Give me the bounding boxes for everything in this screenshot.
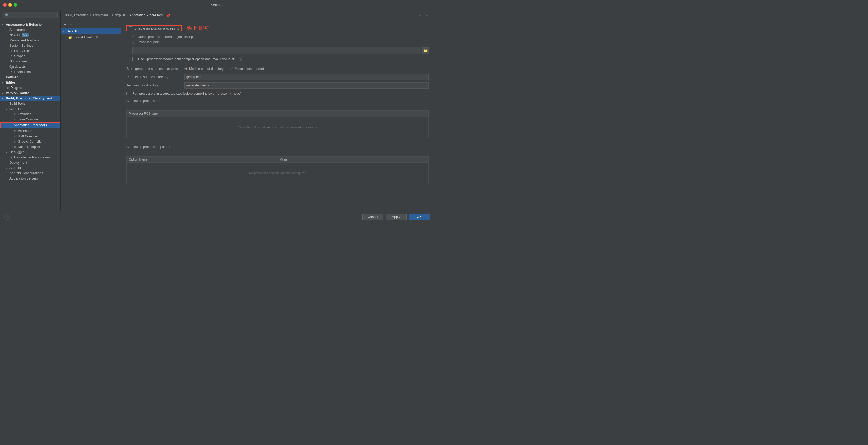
help-icon[interactable]: ?: [239, 57, 242, 61]
arrow-icon: ▾: [63, 30, 66, 33]
module-content-radio[interactable]: [230, 67, 233, 70]
test-sources-input[interactable]: [184, 82, 429, 89]
pin-icon[interactable]: 📌: [166, 13, 170, 18]
use-module-path-checkbox[interactable]: [132, 57, 136, 61]
processor-source-group: Obtain processors from project classpath…: [132, 35, 429, 44]
profile-osworkflow[interactable]: 📁 osworkflow-2.8.0: [61, 34, 121, 40]
annotation-options-table: Option Name Value No processor-specific …: [126, 156, 429, 184]
use-module-path-label[interactable]: Use --processor-module-path compiler opt…: [132, 57, 242, 61]
sidebar-item-application-servers[interactable]: Application Servers: [0, 176, 60, 181]
sidebar-item-new-ui[interactable]: New UI Beta: [0, 32, 60, 38]
settings-icon: ⚙: [9, 155, 13, 159]
settings-icon: ⚙: [13, 112, 17, 116]
arrow-icon: [6, 167, 9, 170]
sidebar-item-file-colors[interactable]: ⚙ File Colors: [0, 48, 60, 54]
sidebar-item-compiler[interactable]: Compiler: [0, 106, 60, 112]
add-annotation-button[interactable]: +: [126, 105, 130, 110]
arrow-icon: [2, 81, 5, 84]
breadcrumb-part2[interactable]: Compiler: [112, 13, 125, 17]
sidebar-item-menus-toolbars[interactable]: Menus and Toolbars: [0, 38, 60, 43]
nav-arrows: ← →: [417, 13, 430, 18]
obtain-from-classpath-label[interactable]: Obtain processors from project classpath: [132, 35, 429, 39]
sidebar-item-appearance[interactable]: Appearance: [0, 27, 60, 32]
run-processors-checkbox[interactable]: [126, 92, 130, 95]
sidebar-item-notifications[interactable]: Notifications: [0, 59, 60, 64]
profile-default[interactable]: ▾ Default: [61, 28, 121, 34]
annotation-table-header: Processor FQ Name: [127, 111, 429, 117]
annotation-options-section-title: Annotation processor options:: [126, 145, 429, 149]
arrow-icon: [6, 108, 9, 111]
sidebar-item-validation[interactable]: ⚙ Validation: [0, 128, 60, 134]
settings-icon: ⚙: [13, 145, 17, 149]
sidebar-item-path-variables[interactable]: Path Variables: [0, 69, 60, 75]
arrow-icon: [2, 92, 5, 95]
sidebar-item-editor[interactable]: Editor: [0, 80, 60, 85]
option-name-header: Option Name: [127, 157, 278, 162]
sidebar-item-plugins[interactable]: ⚙ Plugins: [0, 85, 60, 90]
sidebar-item-scopes[interactable]: ⚙ Scopes: [0, 54, 60, 59]
processor-path-input[interactable]: [132, 47, 421, 54]
settings-icon: ⚙: [6, 86, 9, 90]
sidebar-item-version-control[interactable]: Version Control: [0, 90, 60, 96]
obtain-from-classpath-radio[interactable]: [132, 35, 135, 38]
sidebar-item-rmi-compiler[interactable]: ⚙ RMI Compiler: [0, 134, 60, 139]
sidebar-item-excludes[interactable]: ⚙ Excludes: [0, 112, 60, 117]
remove-profile-button[interactable]: −: [68, 22, 73, 27]
arrow-icon: [6, 161, 9, 164]
processor-path-row: 📁: [132, 47, 429, 54]
close-button[interactable]: [3, 3, 7, 7]
add-profile-button[interactable]: +: [63, 22, 67, 27]
sidebar-item-deployment[interactable]: Deployment: [0, 160, 60, 165]
search-input[interactable]: [3, 12, 58, 19]
next-profile-button[interactable]: →: [74, 22, 81, 27]
sidebar-item-debugger[interactable]: Debugger: [0, 149, 60, 155]
annotation-table-toolbar: + −: [126, 105, 429, 110]
sidebar-item-keymap[interactable]: Keymap: [0, 75, 60, 80]
sidebar-item-android-configs[interactable]: Android Configurations: [0, 171, 60, 176]
maximize-button[interactable]: [14, 3, 17, 7]
module-output-radio-label[interactable]: Module output directory: [184, 67, 224, 71]
sidebar-item-appearance-behavior[interactable]: Appearance & Behavior: [0, 22, 60, 27]
production-sources-label: Production sources directory:: [126, 75, 184, 79]
production-sources-input[interactable]: [184, 74, 429, 80]
cancel-button[interactable]: Cancel: [362, 213, 383, 220]
sidebar-item-remote-jar-repos[interactable]: ⚙ Remote Jar Repositories: [0, 155, 60, 160]
breadcrumb-part1[interactable]: Build, Execution, Deployment: [65, 13, 108, 17]
sidebar-item-android[interactable]: Android: [0, 165, 60, 171]
sidebar-item-groovy-compiler[interactable]: ⚙ Groovy Compiler: [0, 139, 60, 144]
browse-folder-button[interactable]: 📁: [423, 48, 429, 54]
store-sources-options: Module output directory Module content r…: [184, 67, 429, 71]
sidebar-item-quick-lists[interactable]: Quick Lists: [0, 64, 60, 69]
settings-icon: ⚙: [9, 54, 13, 58]
sidebar-item-build-exec-deploy[interactable]: Build, Execution, Deployment: [0, 96, 60, 101]
ok-button[interactable]: OK: [409, 213, 430, 220]
tree-toolbar: + − →: [61, 21, 121, 28]
enable-annotation-processing-label[interactable]: Enable annotation processing: [126, 25, 182, 31]
sidebar-item-build-tools[interactable]: Build Tools: [0, 101, 60, 106]
remove-annotation-button[interactable]: −: [131, 105, 135, 110]
module-content-radio-label[interactable]: Module content root: [230, 67, 264, 71]
breadcrumb-part3: Annotation Processors: [130, 13, 163, 17]
remove-option-button[interactable]: −: [131, 150, 135, 155]
minimize-button[interactable]: [8, 3, 12, 7]
sidebar-item-java-compiler[interactable]: ⚙ Java Compiler: [0, 117, 60, 122]
arrow-icon: [6, 102, 9, 105]
sidebar-item-kotlin-compiler[interactable]: ⚙ Kotlin Compiler: [0, 144, 60, 149]
settings-icon: ⚙: [9, 49, 13, 53]
processor-path-radio-label[interactable]: Processor path:: [132, 40, 161, 44]
sidebar-item-system-settings[interactable]: System Settings: [0, 43, 60, 48]
module-output-radio[interactable]: [184, 67, 188, 70]
arrow-icon: [6, 151, 9, 154]
sidebar-item-annotation-processors[interactable]: Annotation Processors: [0, 122, 60, 128]
add-option-button[interactable]: +: [126, 150, 130, 155]
settings-icon: ⚙: [13, 118, 17, 121]
enable-annotation-checkbox[interactable]: [129, 26, 132, 30]
run-processors-label[interactable]: Run processors in a separate step before…: [126, 92, 241, 95]
apply-button[interactable]: Apply: [385, 213, 407, 220]
nav-forward[interactable]: →: [424, 13, 430, 18]
help-button[interactable]: ?: [4, 214, 10, 220]
processor-path-radio[interactable]: [132, 40, 135, 44]
profiles-tree-list: ▾ Default 📁 osworkflow-2.8.0: [61, 28, 121, 211]
nav-back[interactable]: ←: [417, 13, 423, 18]
annotation-table-empty-message: Compiler will run all automatically disc…: [127, 117, 429, 138]
